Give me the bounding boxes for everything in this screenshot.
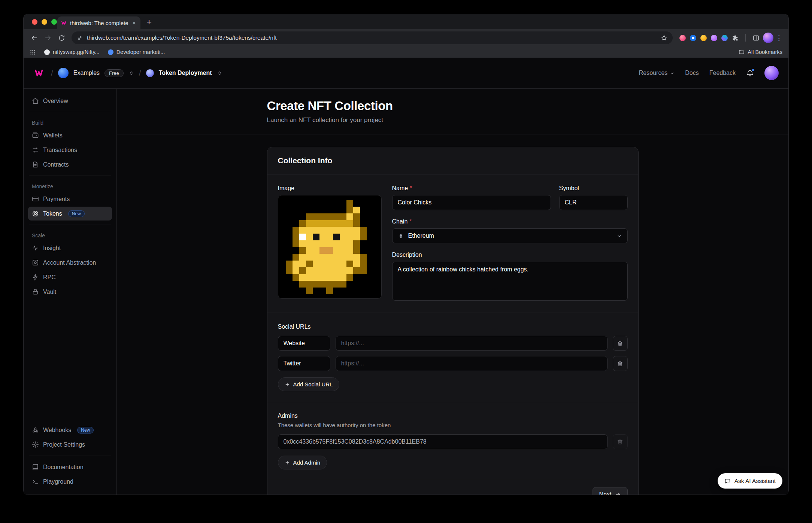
new-tab-button[interactable]: + xyxy=(143,16,155,28)
add-social-url-button[interactable]: Add Social URL xyxy=(278,377,340,391)
sidebar-item-overview[interactable]: Overview xyxy=(28,94,112,108)
feedback-link[interactable]: Feedback xyxy=(709,70,736,76)
sidebar-section-scale: Scale xyxy=(28,229,112,240)
description-textarea[interactable]: A collection of rainbow chicks hatched f… xyxy=(392,262,628,301)
notifications-button[interactable] xyxy=(746,69,754,77)
social-platform-input[interactable] xyxy=(278,336,330,351)
bookmark-item[interactable]: Developer marketi... xyxy=(108,49,165,55)
social-url-input[interactable] xyxy=(336,356,608,371)
project-switcher-icon[interactable] xyxy=(217,70,222,76)
sidebar-item-insight[interactable]: Insight xyxy=(28,241,112,255)
sidebar-item-rpc[interactable]: RPC xyxy=(28,270,112,284)
toolbar-divider xyxy=(745,34,746,42)
sidebar-item-contracts[interactable]: Contracts xyxy=(28,158,112,171)
symbol-input[interactable] xyxy=(559,195,628,210)
site-settings-icon[interactable] xyxy=(77,35,83,41)
sidebar-item-transactions[interactable]: Transactions xyxy=(28,143,112,157)
browser-menu-button[interactable]: ⋮ xyxy=(774,34,784,42)
sidebar-item-wallets[interactable]: Wallets xyxy=(28,128,112,142)
account-avatar[interactable] xyxy=(764,66,779,80)
card-footer: Next xyxy=(267,480,638,495)
sidebar-item-playground[interactable]: Playground xyxy=(28,475,112,489)
bookmark-item[interactable]: niftyswap.gg/Nifty... xyxy=(44,49,100,55)
back-button[interactable] xyxy=(28,31,41,44)
chain-select[interactable]: Ethereum xyxy=(392,228,628,243)
delete-admin-button[interactable] xyxy=(613,434,628,449)
extension-icon-teal[interactable] xyxy=(721,35,728,41)
resources-menu[interactable]: Resources xyxy=(639,70,675,76)
sidebar-item-account-abstraction[interactable]: Account Abstraction xyxy=(28,256,112,270)
admins-section: Admins These wallets will have authority… xyxy=(267,402,638,480)
tokens-icon xyxy=(32,210,39,217)
bookmark-star-icon[interactable] xyxy=(661,34,667,41)
webhooks-icon xyxy=(32,426,39,434)
chain-label: Chain xyxy=(392,218,408,225)
plan-badge: Free xyxy=(104,69,124,77)
ask-ai-assistant-button[interactable]: Ask AI Assistant xyxy=(718,473,782,489)
next-button[interactable]: Next xyxy=(593,487,628,495)
gear-icon xyxy=(32,441,39,448)
reload-button[interactable] xyxy=(55,31,68,44)
vault-lock-icon xyxy=(32,288,39,295)
sidebar-divider xyxy=(29,456,111,456)
name-input[interactable] xyxy=(392,195,551,210)
arrow-right-icon xyxy=(615,492,621,495)
all-bookmarks-button[interactable]: All Bookmarks xyxy=(739,49,782,55)
admin-wallet-input[interactable] xyxy=(278,434,608,449)
next-label: Next xyxy=(599,491,612,495)
extensions-puzzle-icon[interactable] xyxy=(732,34,739,41)
sidebar-item-tokens[interactable]: Tokens New xyxy=(28,207,112,221)
admin-row xyxy=(278,434,628,449)
address-bar[interactable]: thirdweb.com/team/examples/Token-Deploym… xyxy=(72,31,673,44)
social-url-row xyxy=(278,356,628,371)
chevron-down-icon xyxy=(616,233,622,239)
bookmark-label: Developer marketi... xyxy=(116,49,165,55)
collection-info-card: Collection Info Image xyxy=(267,147,639,495)
collection-image-upload[interactable] xyxy=(278,195,382,299)
plus-icon xyxy=(285,382,290,387)
tab-close-icon[interactable]: × xyxy=(131,20,137,26)
browser-profile-avatar[interactable] xyxy=(763,33,773,43)
trash-icon xyxy=(617,361,623,367)
extension-icon-pink[interactable] xyxy=(679,35,686,41)
chain-value: Ethereum xyxy=(408,232,434,239)
card-title: Collection Info xyxy=(267,147,638,174)
forward-button[interactable] xyxy=(42,31,54,44)
thirdweb-logo[interactable] xyxy=(33,69,46,77)
social-url-input[interactable] xyxy=(336,336,608,351)
team-switcher-icon[interactable] xyxy=(128,70,134,76)
main-content: Create NFT Collection Launch an NFT coll… xyxy=(117,89,788,495)
sidebar-item-payments[interactable]: Payments xyxy=(28,192,112,206)
transactions-icon xyxy=(32,146,39,153)
browser-toolbar: thirdweb.com/team/examples/Token-Deploym… xyxy=(24,29,788,46)
required-asterisk: * xyxy=(409,218,412,225)
sidebar-item-documentation[interactable]: Documentation xyxy=(28,460,112,474)
delete-social-url-button[interactable] xyxy=(613,336,628,351)
delete-social-url-button[interactable] xyxy=(613,356,628,371)
sidebar-item-label: Playground xyxy=(43,478,73,485)
side-panel-button[interactable] xyxy=(749,31,762,44)
sidebar-item-project-settings[interactable]: Project Settings xyxy=(28,438,112,451)
sidebar-item-vault[interactable]: Vault xyxy=(28,285,112,299)
project-name[interactable]: Token Deployment xyxy=(159,70,212,76)
browser-tab[interactable]: thirdweb: The complete web3... × xyxy=(57,16,140,29)
bookmark-favicon xyxy=(44,49,50,55)
chevron-down-icon xyxy=(670,71,675,76)
sidebar-item-label: Payments xyxy=(43,196,70,203)
maximize-window-button[interactable] xyxy=(51,19,57,25)
apps-grid-icon[interactable] xyxy=(30,49,36,55)
sidebar-item-label: Account Abstraction xyxy=(43,259,96,266)
team-name[interactable]: Examples xyxy=(73,70,100,76)
docs-link[interactable]: Docs xyxy=(685,70,699,76)
add-admin-button[interactable]: Add Admin xyxy=(278,456,327,469)
minimize-window-button[interactable] xyxy=(42,19,47,25)
sidebar-item-label: RPC xyxy=(43,274,56,281)
thirdweb-favicon xyxy=(61,20,67,26)
app-body: Overview Build Wallets Transactions Cont… xyxy=(24,89,788,495)
extension-icon-blue[interactable] xyxy=(690,35,696,41)
close-window-button[interactable] xyxy=(32,19,37,25)
extension-icon-orange[interactable] xyxy=(700,35,707,41)
extension-icon-purple[interactable] xyxy=(711,35,717,41)
social-platform-input[interactable] xyxy=(278,356,330,371)
sidebar-item-webhooks[interactable]: Webhooks New xyxy=(28,423,112,437)
